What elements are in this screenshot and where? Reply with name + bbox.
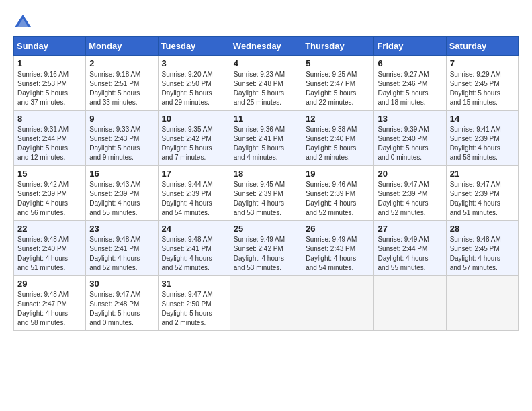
day-info: Sunrise: 9:35 AMSunset: 2:42 PMDaylight:… [162,125,226,163]
day-number: 30 [89,279,154,289]
day-number: 13 [378,113,442,124]
calendar-cell: 22Sunrise: 9:48 AMSunset: 2:40 PMDayligh… [14,221,86,276]
calendar-cell: 7Sunrise: 9:29 AMSunset: 2:45 PMDaylight… [446,56,518,111]
calendar-cell: 19Sunrise: 9:46 AMSunset: 2:39 PMDayligh… [302,166,374,221]
calendar-cell: 1Sunrise: 9:16 AMSunset: 2:53 PMDaylight… [14,56,86,111]
day-number: 7 [450,58,515,68]
calendar-cell: 18Sunrise: 9:45 AMSunset: 2:39 PMDayligh… [230,166,302,221]
calendar-cell: 4Sunrise: 9:23 AMSunset: 2:48 PMDaylight… [230,56,302,111]
day-info: Sunrise: 9:48 AMSunset: 2:47 PMDaylight:… [17,290,82,328]
day-number: 25 [234,224,298,234]
day-info: Sunrise: 9:23 AMSunset: 2:48 PMDaylight:… [234,70,298,107]
day-number: 2 [89,58,154,68]
day-info: Sunrise: 9:47 AMSunset: 2:39 PMDaylight:… [450,180,515,218]
day-info: Sunrise: 9:44 AMSunset: 2:39 PMDaylight:… [162,180,226,218]
day-number: 26 [306,224,370,234]
day-number: 11 [234,113,298,124]
day-number: 29 [17,279,82,289]
day-info: Sunrise: 9:33 AMSunset: 2:43 PMDaylight:… [89,125,154,163]
weekday-header-monday: Monday [86,37,158,56]
calendar-cell [230,276,302,331]
calendar-cell: 15Sunrise: 9:42 AMSunset: 2:39 PMDayligh… [14,166,86,221]
day-number: 8 [17,113,82,124]
weekday-header-thursday: Thursday [302,37,374,56]
day-info: Sunrise: 9:45 AMSunset: 2:39 PMDaylight:… [234,180,298,218]
day-number: 9 [89,113,154,124]
day-info: Sunrise: 9:43 AMSunset: 2:39 PMDaylight:… [89,180,154,218]
day-info: Sunrise: 9:47 AMSunset: 2:50 PMDaylight:… [162,290,226,328]
calendar-cell: 17Sunrise: 9:44 AMSunset: 2:39 PMDayligh… [158,166,230,221]
weekday-header-row: SundayMondayTuesdayWednesdayThursdayFrid… [14,37,519,56]
weekday-header-saturday: Saturday [446,37,518,56]
calendar-cell: 24Sunrise: 9:48 AMSunset: 2:41 PMDayligh… [158,221,230,276]
calendar-cell: 23Sunrise: 9:48 AMSunset: 2:41 PMDayligh… [86,221,158,276]
calendar-cell: 13Sunrise: 9:39 AMSunset: 2:40 PMDayligh… [374,111,446,166]
day-info: Sunrise: 9:48 AMSunset: 2:45 PMDaylight:… [450,235,515,273]
day-info: Sunrise: 9:49 AMSunset: 2:42 PMDaylight:… [234,235,298,273]
calendar-cell [374,276,446,331]
calendar-cell: 25Sunrise: 9:49 AMSunset: 2:42 PMDayligh… [230,221,302,276]
day-info: Sunrise: 9:31 AMSunset: 2:44 PMDaylight:… [17,125,82,163]
day-number: 18 [234,169,298,179]
weekday-header-sunday: Sunday [14,37,86,56]
week-row-4: 22Sunrise: 9:48 AMSunset: 2:40 PMDayligh… [14,221,519,276]
header [13,13,519,32]
day-info: Sunrise: 9:41 AMSunset: 2:39 PMDaylight:… [450,125,515,163]
calendar-cell: 26Sunrise: 9:49 AMSunset: 2:43 PMDayligh… [302,221,374,276]
day-number: 17 [162,169,226,179]
day-number: 27 [378,224,442,234]
day-info: Sunrise: 9:46 AMSunset: 2:39 PMDaylight:… [306,180,370,218]
calendar-cell: 29Sunrise: 9:48 AMSunset: 2:47 PMDayligh… [14,276,86,331]
day-info: Sunrise: 9:42 AMSunset: 2:39 PMDaylight:… [17,180,82,218]
day-info: Sunrise: 9:16 AMSunset: 2:53 PMDaylight:… [17,70,82,107]
day-number: 15 [17,169,82,179]
calendar-cell: 14Sunrise: 9:41 AMSunset: 2:39 PMDayligh… [446,111,518,166]
calendar-cell: 31Sunrise: 9:47 AMSunset: 2:50 PMDayligh… [158,276,230,331]
calendar-cell: 21Sunrise: 9:47 AMSunset: 2:39 PMDayligh… [446,166,518,221]
day-number: 28 [450,224,515,234]
calendar-cell [446,276,518,331]
week-row-1: 1Sunrise: 9:16 AMSunset: 2:53 PMDaylight… [14,56,519,111]
day-info: Sunrise: 9:47 AMSunset: 2:39 PMDaylight:… [378,180,442,218]
day-info: Sunrise: 9:38 AMSunset: 2:40 PMDaylight:… [306,125,370,163]
day-number: 19 [306,169,370,179]
day-number: 4 [234,58,298,68]
day-number: 6 [378,58,442,68]
day-number: 20 [378,169,442,179]
week-row-2: 8Sunrise: 9:31 AMSunset: 2:44 PMDaylight… [14,111,519,166]
day-info: Sunrise: 9:25 AMSunset: 2:47 PMDaylight:… [306,70,370,107]
week-row-3: 15Sunrise: 9:42 AMSunset: 2:39 PMDayligh… [14,166,519,221]
page-container: SundayMondayTuesdayWednesdayThursdayFrid… [13,13,519,331]
calendar-cell: 16Sunrise: 9:43 AMSunset: 2:39 PMDayligh… [86,166,158,221]
logo-icon [13,13,32,32]
calendar-cell: 2Sunrise: 9:18 AMSunset: 2:51 PMDaylight… [86,56,158,111]
day-info: Sunrise: 9:48 AMSunset: 2:40 PMDaylight:… [17,235,82,273]
calendar-cell: 30Sunrise: 9:47 AMSunset: 2:48 PMDayligh… [86,276,158,331]
calendar-table: SundayMondayTuesdayWednesdayThursdayFrid… [13,36,519,331]
day-number: 3 [162,58,226,68]
calendar-cell: 8Sunrise: 9:31 AMSunset: 2:44 PMDaylight… [14,111,86,166]
day-info: Sunrise: 9:20 AMSunset: 2:50 PMDaylight:… [162,70,226,107]
calendar-cell: 9Sunrise: 9:33 AMSunset: 2:43 PMDaylight… [86,111,158,166]
day-info: Sunrise: 9:27 AMSunset: 2:46 PMDaylight:… [378,70,442,107]
calendar-cell: 12Sunrise: 9:38 AMSunset: 2:40 PMDayligh… [302,111,374,166]
weekday-header-wednesday: Wednesday [230,37,302,56]
day-info: Sunrise: 9:47 AMSunset: 2:48 PMDaylight:… [89,290,154,328]
day-info: Sunrise: 9:18 AMSunset: 2:51 PMDaylight:… [89,70,154,107]
calendar-cell: 20Sunrise: 9:47 AMSunset: 2:39 PMDayligh… [374,166,446,221]
calendar-cell [302,276,374,331]
day-info: Sunrise: 9:48 AMSunset: 2:41 PMDaylight:… [162,235,226,273]
day-number: 10 [162,113,226,124]
day-number: 23 [89,224,154,234]
logo [13,13,35,32]
day-info: Sunrise: 9:49 AMSunset: 2:44 PMDaylight:… [378,235,442,273]
calendar-cell: 6Sunrise: 9:27 AMSunset: 2:46 PMDaylight… [374,56,446,111]
day-number: 12 [306,113,370,124]
calendar-cell: 3Sunrise: 9:20 AMSunset: 2:50 PMDaylight… [158,56,230,111]
calendar-cell: 28Sunrise: 9:48 AMSunset: 2:45 PMDayligh… [446,221,518,276]
day-number: 31 [162,279,226,289]
day-number: 16 [89,169,154,179]
day-number: 1 [17,58,82,68]
calendar-cell: 5Sunrise: 9:25 AMSunset: 2:47 PMDaylight… [302,56,374,111]
day-number: 21 [450,169,515,179]
